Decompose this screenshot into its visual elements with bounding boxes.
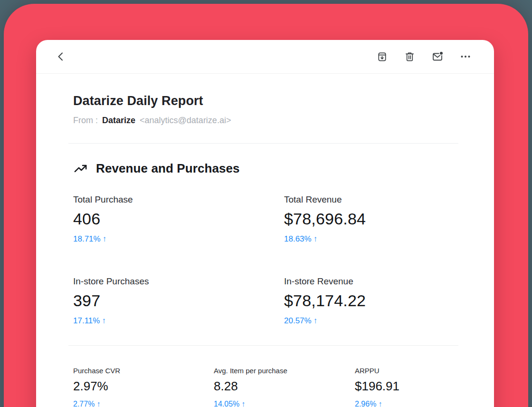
trending-up-icon — [73, 161, 88, 176]
mark-unread-button[interactable] — [430, 49, 445, 64]
trash-button[interactable] — [402, 49, 417, 64]
metric-instore-revenue: In-store Revenue $78,174.22 20.57%↑ — [284, 276, 458, 326]
metric-total-revenue: Total Revenue $78,696.84 18.63%↑ — [284, 194, 458, 244]
page-background: Datarize Daily Report From : Datarize <a… — [0, 0, 532, 407]
more-button[interactable] — [458, 49, 473, 64]
from-label: From : — [73, 116, 98, 126]
metric-value: $196.91 — [355, 379, 458, 394]
up-arrow-icon: ↑ — [96, 400, 100, 407]
metric-avg-item-per-purchase: Avg. Item per purchase 8.28 14.05%↑ — [214, 367, 355, 407]
metric-delta: 18.71%↑ — [73, 234, 284, 244]
metric-delta: 14.05%↑ — [214, 400, 355, 407]
metric-delta: 2.77%↑ — [73, 400, 214, 407]
toolbar-actions — [375, 49, 473, 64]
email-reader-card: Datarize Daily Report From : Datarize <a… — [36, 40, 494, 407]
metric-value: 8.28 — [214, 379, 355, 394]
metric-label: In-store Revenue — [284, 276, 458, 287]
back-button[interactable] — [53, 49, 68, 64]
metric-value: 2.97% — [73, 379, 214, 394]
metric-value: $78,696.84 — [284, 210, 458, 228]
up-arrow-icon: ↑ — [102, 316, 106, 325]
archive-download-icon — [377, 51, 388, 62]
chevron-left-icon — [55, 51, 66, 62]
archive-button[interactable] — [375, 49, 390, 64]
metric-purchase-cvr: Purchase CVR 2.97% 2.77%↑ — [73, 367, 214, 407]
sender-name: Datarize — [102, 116, 135, 126]
header-divider — [68, 143, 458, 144]
metric-delta: 20.57%↑ — [284, 316, 458, 326]
section-title: Revenue and Purchases — [96, 161, 240, 176]
up-arrow-icon: ↑ — [103, 234, 107, 243]
metric-label: ARPPU — [355, 367, 458, 375]
up-arrow-icon: ↑ — [314, 234, 318, 243]
metric-arppu: ARPPU $196.91 2.96%↑ — [355, 367, 458, 407]
metric-delta: 18.63%↑ — [284, 234, 458, 244]
email-toolbar — [36, 40, 494, 74]
mail-unread-dot-icon — [432, 51, 443, 62]
metric-instore-purchases: In-store Purchases 397 17.11%↑ — [73, 276, 284, 326]
metric-value: 406 — [73, 210, 284, 228]
metric-label: Purchase CVR — [73, 367, 214, 375]
sender-address: <analytics@datarize.ai> — [140, 116, 231, 126]
metric-delta: 2.96%↑ — [355, 400, 458, 407]
secondary-metrics-grid: Purchase CVR 2.97% 2.77%↑ Avg. Item per … — [73, 367, 458, 407]
email-body: Datarize Daily Report From : Datarize <a… — [36, 94, 494, 407]
metric-label: Total Revenue — [284, 194, 458, 205]
up-arrow-icon: ↑ — [314, 316, 318, 325]
metric-value: $78,174.22 — [284, 291, 458, 310]
metrics-divider — [68, 345, 458, 346]
metric-value: 397 — [73, 291, 284, 310]
email-subject: Datarize Daily Report — [73, 94, 458, 108]
up-arrow-icon: ↑ — [378, 400, 382, 407]
metric-label: Total Purchase — [73, 194, 284, 205]
metric-label: In-store Purchases — [73, 276, 284, 287]
metric-delta: 17.11%↑ — [73, 316, 284, 326]
ellipsis-icon — [460, 51, 471, 62]
up-arrow-icon: ↑ — [241, 400, 245, 407]
report-section-header: Revenue and Purchases — [73, 161, 458, 176]
metric-label: Avg. Item per purchase — [214, 367, 355, 375]
metric-total-purchase: Total Purchase 406 18.71%↑ — [73, 194, 284, 244]
email-from-row: From : Datarize <analytics@datarize.ai> — [73, 116, 458, 126]
trash-icon — [404, 51, 415, 62]
primary-metrics-grid: Total Purchase 406 18.71%↑ Total Revenue… — [73, 194, 458, 326]
